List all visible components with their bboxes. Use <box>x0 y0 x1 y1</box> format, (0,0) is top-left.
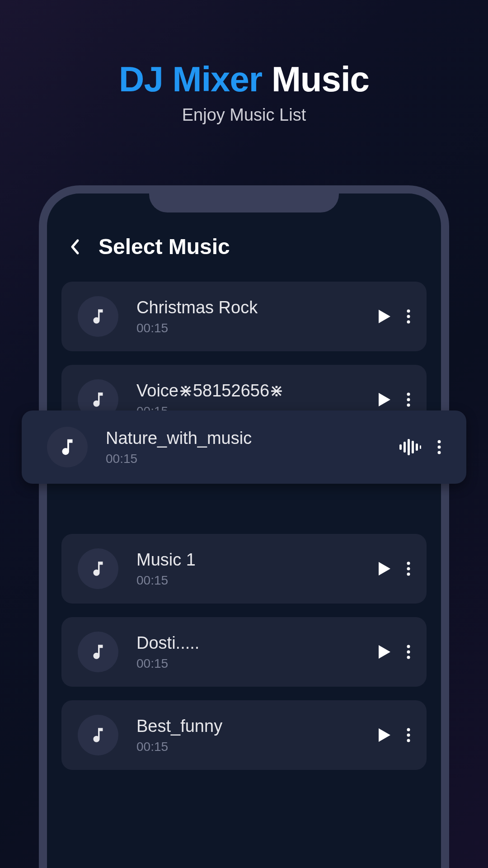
app-promo-header: DJ Mixer Music Enjoy Music List <box>0 0 488 125</box>
track-info: Best_funny 00:15 <box>136 717 361 754</box>
track-info: Nature_with_music 00:15 <box>106 429 381 466</box>
svg-point-21 <box>407 728 410 731</box>
svg-point-5 <box>407 404 410 407</box>
music-note-icon <box>78 296 118 337</box>
track-duration: 00:15 <box>136 656 361 671</box>
track-actions <box>379 309 410 324</box>
track-list: Christmas Rock 00:15 Voice⋇58152656⋇ 00:… <box>47 282 441 770</box>
more-button[interactable] <box>407 645 410 659</box>
track-actions <box>379 645 410 659</box>
track-actions <box>399 439 441 455</box>
svg-point-14 <box>438 451 441 454</box>
play-button[interactable] <box>379 645 390 659</box>
phone-mockup-frame: Select Music Christmas Rock 00:15 <box>39 185 449 868</box>
svg-point-1 <box>407 315 410 318</box>
music-note-icon <box>78 715 118 755</box>
track-item[interactable]: Best_funny 00:15 <box>61 700 427 770</box>
svg-rect-11 <box>420 445 421 449</box>
track-info: Music 1 00:15 <box>136 550 361 588</box>
music-note-icon <box>78 632 118 672</box>
svg-point-13 <box>438 446 441 449</box>
track-info: Dosti..... 00:15 <box>136 633 361 671</box>
now-playing-icon[interactable] <box>399 439 421 455</box>
track-title: Nature_with_music <box>106 429 381 448</box>
track-duration: 00:15 <box>106 452 381 466</box>
title-part-white: Music <box>272 59 369 99</box>
track-actions <box>379 561 410 576</box>
track-title: Christmas Rock <box>136 298 361 317</box>
svg-point-16 <box>407 567 410 571</box>
more-button[interactable] <box>407 392 410 407</box>
app-subtitle: Enjoy Music List <box>0 105 488 125</box>
music-note-icon <box>47 427 88 467</box>
track-title: Music 1 <box>136 550 361 570</box>
svg-rect-6 <box>399 444 402 450</box>
svg-point-22 <box>407 734 410 737</box>
chevron-left-icon <box>70 239 80 255</box>
svg-point-4 <box>407 398 410 401</box>
svg-point-23 <box>407 739 410 742</box>
track-actions <box>379 392 410 407</box>
phone-notch <box>149 185 339 212</box>
svg-point-15 <box>407 562 410 565</box>
track-info: Christmas Rock 00:15 <box>136 298 361 335</box>
title-part-blue: DJ Mixer <box>119 59 262 99</box>
back-button[interactable] <box>70 238 80 256</box>
play-button[interactable] <box>379 728 390 742</box>
svg-point-3 <box>407 393 410 396</box>
svg-point-0 <box>407 310 410 313</box>
more-button[interactable] <box>407 561 410 576</box>
more-button[interactable] <box>407 728 410 742</box>
track-actions <box>379 728 410 742</box>
track-duration: 00:15 <box>136 573 361 588</box>
play-button[interactable] <box>379 393 390 406</box>
track-title: Dosti..... <box>136 633 361 653</box>
play-button[interactable] <box>379 310 390 323</box>
track-item[interactable]: Music 1 00:15 <box>61 534 427 604</box>
track-item[interactable]: Dosti..... 00:15 <box>61 617 427 687</box>
track-item-active[interactable]: Nature_with_music 00:15 <box>22 410 466 484</box>
screen-title: Select Music <box>99 234 230 259</box>
track-title: Voice⋇58152656⋇ <box>136 381 361 401</box>
svg-point-12 <box>438 440 441 443</box>
svg-point-2 <box>407 321 410 324</box>
svg-rect-7 <box>404 442 406 453</box>
more-button[interactable] <box>437 440 441 454</box>
svg-rect-10 <box>416 443 418 451</box>
more-button[interactable] <box>407 309 410 324</box>
svg-point-18 <box>407 645 410 648</box>
svg-rect-9 <box>412 441 414 453</box>
play-button[interactable] <box>379 562 390 576</box>
svg-point-17 <box>407 573 410 576</box>
track-item[interactable]: Christmas Rock 00:15 <box>61 282 427 351</box>
svg-point-19 <box>407 651 410 654</box>
track-title: Best_funny <box>136 717 361 736</box>
track-duration: 00:15 <box>136 740 361 754</box>
track-duration: 00:15 <box>136 321 361 335</box>
music-note-icon <box>78 548 118 589</box>
app-title: DJ Mixer Music <box>0 59 488 100</box>
svg-point-20 <box>407 656 410 659</box>
svg-rect-8 <box>408 439 410 455</box>
